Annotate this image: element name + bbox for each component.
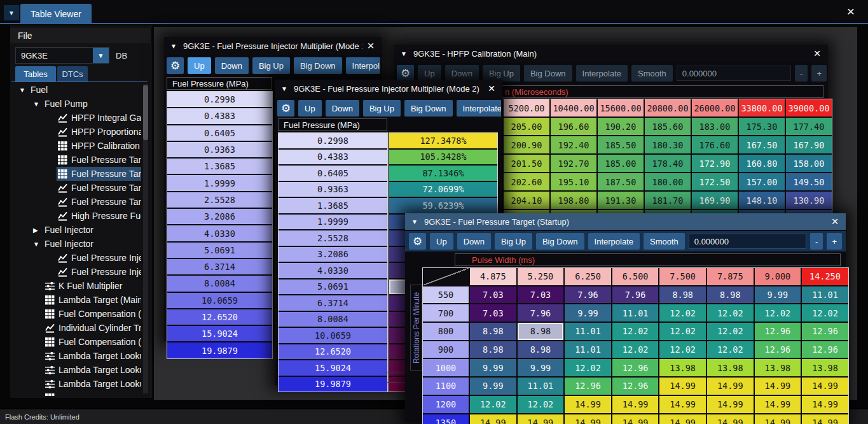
table-cell[interactable]: 0.9363 — [167, 142, 272, 157]
row-header-cell[interactable]: 1200 — [423, 396, 469, 413]
decrement-button[interactable]: - — [810, 233, 823, 250]
tree-item[interactable]: Fuel Pressure Targ — [10, 181, 141, 195]
table-cell[interactable]: 12.02 — [612, 341, 659, 358]
table-cell[interactable]: 9.99 — [755, 286, 801, 304]
table-cell[interactable]: 10.0659 — [167, 293, 272, 308]
table-cell[interactable]: 11.01 — [802, 286, 848, 304]
table-cell[interactable]: 149.50 — [786, 173, 832, 190]
table-cell[interactable]: 12.96 — [565, 378, 611, 395]
table-cell[interactable]: 19.9879 — [279, 377, 387, 392]
table-cell[interactable]: 12.96 — [755, 341, 801, 358]
table-cell[interactable]: 14.99 — [659, 396, 706, 413]
table-cell[interactable]: 7.03 — [470, 286, 516, 304]
table-cell[interactable]: 177.40 — [786, 118, 832, 135]
table-cell[interactable]: 160.80 — [739, 155, 785, 172]
toolbar-button-down[interactable]: Down — [457, 233, 491, 250]
table-cell[interactable]: 1.9999 — [167, 175, 272, 190]
app-close-icon[interactable]: × — [843, 3, 859, 20]
table-cell[interactable]: 12.02 — [518, 396, 564, 413]
table-cell[interactable]: 9.99 — [518, 359, 564, 376]
table-cell[interactable]: 15.9024 — [167, 326, 272, 341]
toolbar-button-up[interactable]: Up — [188, 57, 211, 74]
chevron-down-icon[interactable]: ▼ — [93, 48, 109, 63]
table-cell[interactable]: 59.6239% — [389, 198, 497, 213]
row-header-cell[interactable]: 800 — [423, 323, 469, 340]
close-icon[interactable]: × — [809, 46, 825, 61]
table-cell[interactable]: 1.3685 — [167, 159, 272, 174]
table-cell[interactable]: 12.02 — [659, 341, 706, 358]
table-cell[interactable]: 12.02 — [707, 323, 754, 340]
table-cell[interactable]: 180.00 — [645, 173, 691, 190]
table-cell[interactable]: 201.50 — [504, 155, 549, 172]
toolbar-button-interpolate[interactable]: Interpolate — [457, 100, 501, 117]
tree-item[interactable]: ▼Fuel — [10, 83, 141, 97]
table-cell[interactable]: 1.3685 — [279, 198, 387, 213]
toolbar-button-down[interactable]: Down — [326, 100, 359, 117]
toolbar-button-interpolate[interactable]: Interpolate — [588, 233, 640, 250]
close-icon[interactable]: × — [827, 214, 843, 229]
column-header-cell[interactable]: 6.500 — [612, 268, 659, 285]
table-cell[interactable]: 192.40 — [551, 136, 596, 153]
table-cell[interactable]: 14.99 — [707, 414, 754, 424]
rom-select-dropdown[interactable]: 9GK3E ▼ — [15, 47, 109, 64]
table-cell[interactable]: 3.2086 — [279, 247, 387, 262]
table-cell[interactable]: 10.0659 — [279, 328, 387, 343]
table-cell[interactable]: 13.98 — [755, 359, 801, 376]
column-header-cell[interactable]: 5.250 — [518, 268, 564, 285]
table-cell[interactable]: 9.99 — [470, 378, 516, 395]
table-cell[interactable]: 7.03 — [470, 304, 516, 322]
tree-item[interactable]: ▶Fuel Injector — [10, 223, 141, 237]
column-header-cell[interactable]: 5200.00 — [504, 99, 549, 117]
chevron-down-icon[interactable]: ▼ — [33, 101, 41, 108]
table-cell[interactable]: 8.98 — [470, 323, 516, 340]
table-cell[interactable]: 5.0691 — [279, 279, 387, 295]
table-cell[interactable]: 185.60 — [645, 118, 691, 135]
increment-button[interactable]: + — [827, 233, 842, 250]
table-cell[interactable]: 14.99 — [707, 378, 754, 395]
close-icon[interactable]: × — [362, 38, 379, 53]
table-cell[interactable]: 9.99 — [470, 359, 516, 376]
toolbar-button-big-down[interactable]: Big Down — [536, 233, 584, 250]
table-cell[interactable]: 0.9363 — [279, 182, 387, 197]
table-cell[interactable]: 14.99 — [755, 396, 801, 413]
table-cell[interactable]: 14.99 — [565, 396, 611, 413]
window-title-bar[interactable]: ▼ 9GK3E - HPFP Calibration (Main) × — [394, 45, 828, 62]
tree-item[interactable] — [10, 391, 141, 396]
value-input[interactable]: 0.000000 — [677, 66, 791, 81]
table-cell[interactable]: 13.98 — [707, 359, 754, 376]
table-cell[interactable]: 198.80 — [551, 192, 596, 209]
table-cell[interactable]: 14.99 — [612, 396, 659, 413]
column-header-cell[interactable]: 10400.00 — [551, 99, 596, 117]
table-cell[interactable]: 7.03 — [518, 286, 564, 304]
table-cell[interactable]: 8.98 — [518, 323, 564, 340]
window-title-bar[interactable]: ▼ 9GK3E - Fuel Pressure Target (Startup)… — [405, 213, 846, 230]
column-header-cell[interactable]: 26000.00 — [692, 99, 738, 117]
table-cell[interactable]: 15.9024 — [279, 360, 387, 376]
table-cell[interactable]: 0.6405 — [167, 125, 272, 141]
row-header-cell[interactable]: 550 — [423, 286, 469, 304]
tree-item[interactable]: Fuel Pressure Targ — [10, 195, 141, 209]
tab-dtcs[interactable]: DTCs — [57, 66, 88, 81]
table-cell[interactable]: 172.90 — [692, 155, 738, 172]
table-cell[interactable]: 8.98 — [470, 341, 516, 358]
toolbar-button-big-down[interactable]: Big Down — [294, 57, 342, 74]
column-header-cell[interactable]: 20800.00 — [645, 99, 691, 117]
table-cell[interactable]: 202.60 — [504, 173, 549, 190]
column-header-cell[interactable]: 7.875 — [707, 268, 754, 285]
table-cell[interactable]: 12.96 — [802, 323, 848, 340]
increment-button[interactable]: + — [811, 65, 827, 81]
toolbar-button-big-down[interactable]: Big Down — [404, 100, 453, 117]
column-header-cell[interactable]: 6.250 — [565, 268, 611, 285]
table-cell[interactable]: 127.3478% — [389, 133, 497, 148]
tree-item[interactable]: Fuel Pressure Targ — [10, 167, 141, 181]
table-cell[interactable]: 172.50 — [692, 173, 738, 190]
decrement-button[interactable]: - — [795, 65, 808, 81]
table-cell[interactable]: 200.90 — [504, 136, 549, 153]
toolbar-button-big-up[interactable]: Big Up — [495, 233, 532, 250]
table-cell[interactable]: 5.0691 — [167, 243, 272, 258]
table-cell[interactable]: 196.60 — [551, 118, 596, 135]
table-cell[interactable]: 19.9879 — [167, 343, 272, 358]
row-header-cell[interactable]: 1000 — [423, 359, 469, 376]
table-cell[interactable]: 0.2998 — [167, 92, 272, 107]
toolbar-button-big-up[interactable]: Big Up — [363, 100, 401, 117]
